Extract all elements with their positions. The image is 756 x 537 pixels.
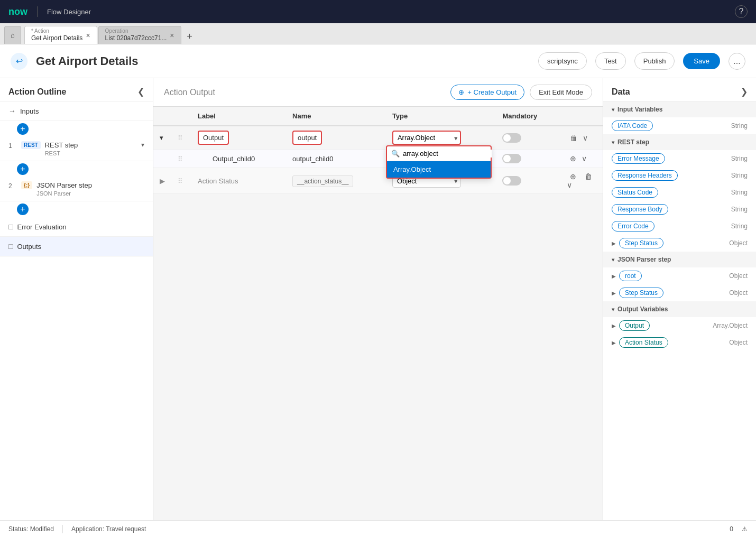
error-code-type: String bbox=[731, 223, 748, 230]
output-delete-button[interactable]: 🗑 bbox=[567, 133, 580, 143]
error-message-pill[interactable]: Error Message bbox=[612, 153, 665, 164]
output-chevron-button[interactable]: ∨ bbox=[583, 134, 588, 142]
output-var-type: Array.Object bbox=[713, 322, 748, 329]
output-expand-cell[interactable]: ▾ bbox=[153, 126, 171, 150]
tab-operation-close[interactable]: × bbox=[170, 31, 174, 40]
output-drag-handle[interactable]: ⠿ bbox=[178, 134, 183, 142]
save-button[interactable]: Save bbox=[683, 53, 720, 69]
section-rest-step[interactable]: ▾ REST step bbox=[603, 134, 756, 150]
operation-tab[interactable]: Operation List 020a7d72ccc71... × bbox=[98, 26, 181, 44]
data-item-action-status-var: ▶ Action Status Object bbox=[603, 334, 756, 351]
scriptsync-button[interactable]: scriptsync bbox=[538, 52, 587, 70]
action-status-var-pill[interactable]: Action Status bbox=[619, 337, 668, 348]
output-mandatory-toggle[interactable] bbox=[502, 133, 521, 143]
dropdown-search-input[interactable] bbox=[403, 150, 492, 158]
child0-label-cell: Output_child0 bbox=[191, 150, 286, 168]
rest-step-number: 1 bbox=[8, 142, 17, 150]
output-label-input[interactable]: Output bbox=[198, 131, 229, 145]
output-table: Label Name Type Mandatory ▾ ⠿ Output bbox=[153, 107, 603, 194]
output-table-wrapper: Label Name Type Mandatory ▾ ⠿ Output bbox=[153, 107, 603, 520]
home-icon: ⌂ bbox=[11, 31, 15, 39]
response-body-type: String bbox=[731, 206, 748, 213]
iata-code-pill[interactable]: IATA Code bbox=[612, 121, 653, 131]
rest-step-section-label: REST step bbox=[617, 138, 649, 146]
add-tab-button[interactable]: + bbox=[182, 29, 197, 44]
step-status-rest-pill[interactable]: Step Status bbox=[619, 238, 663, 248]
step-status-json-expand[interactable]: ▶ bbox=[612, 290, 616, 296]
home-tab[interactable]: ⌂ bbox=[4, 26, 21, 44]
exit-edit-mode-button[interactable]: Exit Edit Mode bbox=[530, 85, 592, 100]
sidebar-item-outputs[interactable]: □ Outputs bbox=[0, 237, 153, 256]
sidebar-header: Action Outline ❮ bbox=[0, 78, 153, 101]
output-var-pill[interactable]: Output bbox=[619, 320, 650, 331]
sidebar-item-inputs[interactable]: → Inputs bbox=[0, 101, 153, 121]
action-status-chevron-button[interactable]: ∨ bbox=[567, 181, 572, 189]
table-row-output: ▾ ⠿ Output output Array.Object bbox=[153, 126, 603, 150]
rest-step-badge: REST bbox=[21, 141, 41, 149]
add-step-button-1[interactable]: + bbox=[17, 123, 29, 135]
section-input-variables[interactable]: ▾ Input Variables bbox=[603, 101, 756, 117]
help-icon[interactable]: ? bbox=[735, 5, 748, 18]
expand-right-panel-button[interactable]: ❯ bbox=[741, 87, 748, 97]
status-bar: Status: Modified Application: Travel req… bbox=[0, 520, 756, 537]
section-output-variables[interactable]: ▾ Output Variables bbox=[603, 301, 756, 317]
child0-drag-handle[interactable]: ⠿ bbox=[178, 155, 183, 163]
status-code-type: String bbox=[731, 189, 748, 196]
dropdown-option-array-object[interactable]: Array.Object bbox=[387, 161, 491, 178]
col-name: Name bbox=[286, 107, 386, 126]
action-status-expand[interactable]: ▶ bbox=[153, 168, 171, 194]
action-status-var-expand[interactable]: ▶ bbox=[612, 340, 616, 346]
action-tab[interactable]: * Action Get Airport Details × bbox=[24, 26, 97, 44]
error-code-pill[interactable]: Error Code bbox=[612, 221, 654, 232]
create-output-label: + Create Output bbox=[467, 88, 517, 96]
tab-operation-sublabel: List 020a7d72ccc71... bbox=[105, 34, 167, 43]
output-var-expand[interactable]: ▶ bbox=[612, 323, 616, 329]
output-name-input[interactable]: output bbox=[292, 131, 322, 145]
input-variables-label: Input Variables bbox=[617, 106, 662, 113]
step-status-json-pill[interactable]: Step Status bbox=[619, 288, 663, 298]
data-item-response-headers: Response Headers String bbox=[603, 167, 756, 184]
collapse-sidebar-button[interactable]: ❮ bbox=[137, 87, 144, 97]
sidebar-item-error-evaluation[interactable]: □ Error Evaluation bbox=[0, 217, 153, 237]
child0-add-button[interactable]: ⊕ bbox=[567, 153, 579, 164]
center-header: Action Output ⊕ + Create Output Exit Edi… bbox=[153, 78, 603, 107]
response-headers-pill[interactable]: Response Headers bbox=[612, 170, 678, 181]
step-status-rest-expand[interactable]: ▶ bbox=[612, 240, 616, 246]
sidebar-item-rest-step[interactable]: 1 REST REST step REST ▾ bbox=[0, 137, 153, 161]
sidebar-item-json-step[interactable]: 2 {;} JSON Parser step JSON Parser bbox=[0, 177, 153, 201]
publish-button[interactable]: Publish bbox=[634, 52, 675, 70]
rest-step-expand[interactable]: ▾ bbox=[141, 141, 144, 149]
more-options-button[interactable]: ... bbox=[729, 53, 745, 70]
action-status-drag-handle[interactable]: ⠿ bbox=[178, 177, 183, 185]
root-expand[interactable]: ▶ bbox=[612, 273, 616, 279]
child0-chevron-button[interactable]: ∨ bbox=[582, 154, 587, 163]
json-step-type: JSON Parser bbox=[36, 190, 92, 197]
center-content: Action Output ⊕ + Create Output Exit Edi… bbox=[153, 78, 603, 520]
search-icon: 🔍 bbox=[391, 150, 400, 158]
table-row-output-child0: ⠿ Output_child0 output_child0 bbox=[153, 150, 603, 168]
child0-mandatory-toggle[interactable] bbox=[502, 154, 521, 163]
output-type-select[interactable]: Array.Object bbox=[392, 131, 461, 145]
action-status-toggle[interactable] bbox=[502, 176, 521, 186]
status-code-pill[interactable]: Status Code bbox=[612, 187, 658, 198]
test-button[interactable]: Test bbox=[595, 52, 626, 70]
toggle-knob bbox=[503, 134, 511, 142]
tab-action-close[interactable]: × bbox=[86, 31, 90, 40]
create-output-button[interactable]: ⊕ + Create Output bbox=[450, 85, 524, 100]
response-body-pill[interactable]: Response Body bbox=[612, 204, 668, 215]
outputs-icon: □ bbox=[8, 242, 13, 251]
add-connector-1: + bbox=[0, 121, 153, 137]
root-pill[interactable]: root bbox=[619, 271, 642, 281]
add-step-button-2[interactable]: + bbox=[17, 163, 29, 175]
back-button[interactable]: ↩ bbox=[11, 53, 27, 70]
action-status-delete-button[interactable]: 🗑 bbox=[582, 171, 595, 182]
table-row-action-status: ▶ ⠿ Action Status __action_status__ Obje… bbox=[153, 168, 603, 194]
data-item-response-body: Response Body String bbox=[603, 201, 756, 218]
add-step-button-3[interactable]: + bbox=[17, 203, 29, 215]
output-type-wrapper: Array.Object ▾ bbox=[392, 131, 461, 145]
section-json-parser-step[interactable]: ▾ JSON Parser step bbox=[603, 252, 756, 267]
action-status-label-cell: Action Status bbox=[191, 168, 286, 194]
outputs-label: Outputs bbox=[17, 243, 41, 251]
action-status-add-button[interactable]: ⊕ bbox=[567, 171, 579, 182]
input-variables-toggle-icon: ▾ bbox=[612, 107, 614, 113]
